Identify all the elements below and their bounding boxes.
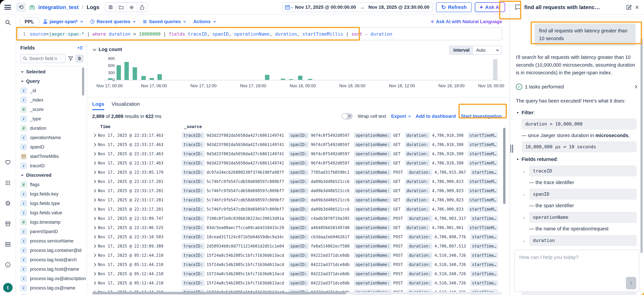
date-start[interactable]: Nov 17, 2025 @ 00:00:00.00 bbox=[295, 5, 356, 10]
search-field-input[interactable]: Search field n bbox=[20, 54, 66, 63]
expand-chevron-icon[interactable] bbox=[92, 199, 98, 201]
table-row[interactable]: Nov 17, 2025 @ 22:33:09.747traceID:7190c… bbox=[92, 214, 510, 223]
filter-funnel-icon[interactable] bbox=[68, 56, 73, 61]
expand-chevron-icon[interactable] bbox=[92, 143, 98, 146]
table-row[interactable]: Nov 17, 2025 @ 05:12:44.210traceID:15f24… bbox=[92, 251, 510, 260]
table-row[interactable]: Nov 17, 2025 @ 22:33:06.525traceID:03dc5… bbox=[92, 223, 510, 232]
date-range-picker[interactable]: Nov 17, 2025 @ 00:00:00.00 → Nov 18, 202… bbox=[282, 2, 433, 12]
log-count-chart[interactable]: 0300600900 Nov 17, 00:00Nov 17, 06:00Nov… bbox=[92, 53, 502, 93]
field-item[interactable]: ttraceID bbox=[20, 161, 81, 170]
user-avatar[interactable]: t bbox=[3, 283, 12, 292]
expand-chevron-icon[interactable] bbox=[92, 217, 98, 220]
field-item[interactable]: tprocess.tag.os@name bbox=[20, 283, 81, 293]
folder-open-icon[interactable] bbox=[116, 3, 126, 12]
stack-icon[interactable] bbox=[4, 241, 11, 248]
search-icon[interactable] bbox=[4, 19, 11, 26]
index-pattern-selector[interactable]: jaeger-span* bbox=[43, 19, 82, 24]
field-item[interactable]: tspanID bbox=[20, 142, 81, 152]
field-item[interactable]: #logs.timestamp bbox=[20, 217, 81, 227]
table-row[interactable]: Nov 17, 2025 @ 22:33:17.281traceID:5c746… bbox=[92, 205, 510, 214]
tab-visualization[interactable]: Visualization bbox=[112, 101, 140, 110]
add-to-dashboard-button[interactable]: Add to dashboard bbox=[416, 114, 456, 119]
recent-queries-menu[interactable]: Recent queries bbox=[90, 19, 135, 24]
table-row[interactable]: Nov 17, 2025 @ 05:12:44.210traceID:15f24… bbox=[92, 278, 510, 287]
field-item[interactable]: #duration bbox=[20, 124, 81, 133]
query-language-badge[interactable]: PPL bbox=[19, 17, 40, 26]
table-hscrollbar[interactable] bbox=[92, 292, 502, 294]
expand-chevron-icon[interactable] bbox=[92, 273, 98, 275]
table-row[interactable]: Nov 17, 2025 @ 22:33:17.281traceID:5c746… bbox=[92, 195, 510, 205]
tasks-performed-row[interactable]: ✓ 1 tasks performed bbox=[516, 83, 636, 91]
apps-grid-icon[interactable] bbox=[4, 180, 11, 186]
ask-ai-natural-language-link[interactable]: ✧ Ask AI with Natural Language bbox=[430, 19, 502, 25]
expand-chevron-icon[interactable] bbox=[92, 254, 98, 256]
close-icon[interactable]: × bbox=[635, 4, 639, 11]
refresh-button[interactable]: ↻ Refresh bbox=[436, 2, 472, 12]
collapse-chart-icon[interactable] bbox=[93, 47, 96, 51]
expand-chevron-icon[interactable] bbox=[92, 226, 98, 229]
table-row[interactable]: Nov 17, 2025 @ 22:33:17.463traceID:9d3d2… bbox=[92, 158, 510, 168]
field-item[interactable]: tparentSpanID bbox=[20, 227, 81, 236]
field-item[interactable]: tprocess.serviceName bbox=[20, 236, 81, 246]
chart-plot[interactable]: 0300600900 bbox=[104, 59, 501, 80]
share-icon[interactable] bbox=[137, 3, 147, 12]
field-section-query[interactable]: Query bbox=[20, 77, 81, 86]
actions-menu[interactable]: Actions bbox=[193, 19, 216, 24]
table-row[interactable]: Nov 17, 2025 @ 22:33:10.583traceID:10cea… bbox=[92, 232, 510, 241]
new-chat-icon[interactable] bbox=[626, 4, 632, 10]
export-menu[interactable]: Export bbox=[391, 114, 411, 119]
field-item[interactable]: #flags bbox=[20, 180, 81, 189]
expand-chevron-icon[interactable] bbox=[92, 263, 98, 266]
column-header-time[interactable]: Time bbox=[100, 124, 184, 129]
expand-chevron-icon[interactable] bbox=[92, 134, 98, 137]
collapse-sidebar-icon[interactable] bbox=[78, 46, 83, 50]
expand-chevron-icon[interactable] bbox=[92, 180, 98, 183]
field-item[interactable]: tlogs.fields.type bbox=[20, 199, 81, 208]
query-editor[interactable]: 1 source=jaeger-span-* | where duration … bbox=[18, 28, 502, 40]
field-item[interactable]: tprocess.tag.host@arch bbox=[20, 255, 81, 264]
column-header-source[interactable]: _source bbox=[184, 124, 202, 129]
history-icon[interactable]: ⟲ bbox=[16, 2, 26, 12]
save-icon[interactable] bbox=[106, 3, 116, 12]
expand-chevron-icon[interactable] bbox=[92, 190, 98, 192]
wrap-cell-toggle[interactable]: ✕ bbox=[342, 113, 353, 120]
table-scrollbar[interactable] bbox=[503, 128, 506, 204]
date-end[interactable]: Nov 18, 2025 @ 23:30:00.00 bbox=[368, 5, 430, 10]
send-button[interactable]: ↑ bbox=[626, 277, 636, 289]
calendar-icon[interactable] bbox=[285, 5, 293, 10]
table-row[interactable]: Nov 17, 2025 @ 22:33:09.389traceID:2d589… bbox=[92, 241, 510, 251]
field-item[interactable]: tprocess.tag.host@name bbox=[20, 264, 81, 274]
info-icon[interactable] bbox=[4, 261, 11, 268]
field-item[interactable]: tprocess.tag.os@description bbox=[20, 274, 81, 283]
field-section-selected[interactable]: Selected bbox=[20, 67, 81, 77]
tab-logs[interactable]: Logs bbox=[92, 101, 104, 110]
field-item[interactable]: t_id bbox=[20, 86, 81, 95]
favorites-icon[interactable] bbox=[4, 159, 11, 166]
panel-scrollbar[interactable] bbox=[640, 38, 643, 253]
field-item[interactable]: tprocess.tag.os@type bbox=[20, 293, 81, 295]
table-row[interactable]: Nov 17, 2025 @ 22:33:17.281traceID:5c746… bbox=[92, 177, 510, 186]
menu-icon[interactable] bbox=[4, 5, 11, 10]
table-row[interactable]: Nov 17, 2025 @ 22:33:17.463traceID:9d3d2… bbox=[92, 140, 510, 149]
field-item[interactable]: t_index bbox=[20, 95, 81, 105]
expand-chevron-icon[interactable] bbox=[92, 245, 98, 247]
field-section-discovered[interactable]: Discovered bbox=[20, 170, 81, 180]
expand-chevron-icon[interactable] bbox=[92, 171, 98, 173]
table-row[interactable]: Nov 17, 2025 @ 22:33:17.281traceID:5c746… bbox=[92, 186, 510, 195]
table-row[interactable]: Nov 17, 2025 @ 05:12:44.210traceID:15f24… bbox=[92, 260, 510, 269]
breadcrumb-app[interactable]: integration_test bbox=[38, 4, 78, 11]
field-item[interactable]: tlogs.fields.key bbox=[20, 189, 81, 199]
expand-chevron-icon[interactable] bbox=[92, 282, 98, 284]
query-code[interactable]: source=jaeger-span-* | where duration > … bbox=[30, 31, 392, 37]
table-row[interactable]: Nov 17, 2025 @ 22:33:17.463traceID:9d3d2… bbox=[92, 149, 510, 158]
plus-circle-icon[interactable]: ⊕ bbox=[126, 3, 137, 12]
settings-gear-icon[interactable]: ⚙ bbox=[4, 200, 11, 207]
saved-queries-menu[interactable]: Saved queries bbox=[143, 19, 186, 24]
chat-input[interactable]: How can I help you today? ↑ bbox=[514, 250, 639, 292]
sidebar-scrollbar[interactable] bbox=[82, 68, 84, 96]
panel-resize-handle[interactable] bbox=[510, 145, 513, 153]
table-row[interactable]: Nov 17, 2025 @ 22:33:17.463traceID:9d3d2… bbox=[92, 131, 510, 140]
field-item[interactable]: t_type bbox=[20, 114, 81, 124]
field-item[interactable]: startTimeMillis bbox=[20, 152, 81, 161]
ask-ai-button[interactable]: ✦ Ask AI bbox=[475, 2, 505, 12]
